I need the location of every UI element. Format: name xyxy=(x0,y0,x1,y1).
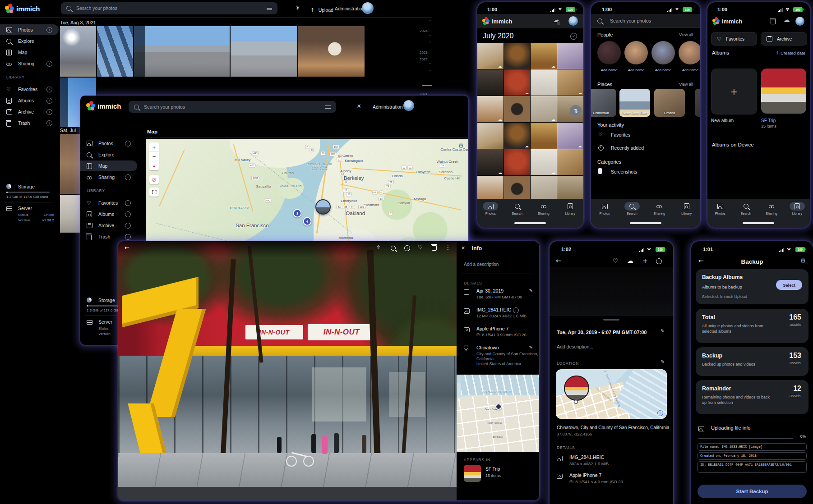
settings-gear-icon[interactable]: ⚙ xyxy=(800,257,806,264)
nav-item-sharing[interactable]: Sharing xyxy=(760,202,783,215)
sidebar-a-item-sharing[interactable]: Sharingi xyxy=(0,58,59,69)
photo-grid-cell[interactable]: ☁ xyxy=(477,149,504,175)
nav-item-search[interactable]: Search xyxy=(734,202,757,215)
upload-cloud-icon[interactable]: ☁ xyxy=(627,257,633,264)
edit-location-icon[interactable]: ✎ xyxy=(661,359,665,364)
scrollbar-thumb[interactable]: ⇅ xyxy=(570,105,582,117)
sidebar-a-item-trash[interactable]: Trashi xyxy=(0,118,59,128)
person-face[interactable] xyxy=(597,41,621,64)
map-info-icon[interactable]: i xyxy=(657,410,663,416)
description-field[interactable]: Add description... xyxy=(557,344,593,349)
backup-cloud-icon[interactable]: ☁ xyxy=(783,17,790,23)
home-indicator[interactable] xyxy=(514,222,546,224)
start-backup-button[interactable]: Start Backup xyxy=(698,485,807,498)
zoom-in-button[interactable]: + xyxy=(149,142,159,151)
sort-control[interactable]: ↑ Created date xyxy=(776,50,805,55)
select-all-icon[interactable]: ✓ xyxy=(570,33,577,40)
nav-item-library[interactable]: Library xyxy=(559,202,582,215)
album-card[interactable] xyxy=(761,69,806,114)
photo-grid-cell[interactable] xyxy=(504,43,530,69)
person-add-name[interactable]: Add name xyxy=(676,68,700,72)
person-face[interactable] xyxy=(624,41,648,64)
photo-grid-cell[interactable] xyxy=(531,123,557,149)
nav-item-photos[interactable]: Photos xyxy=(479,202,502,215)
photo-grid-cell[interactable]: ☁ xyxy=(531,43,557,69)
photo-grid-cell[interactable] xyxy=(504,96,530,122)
album-name[interactable]: SF Trip xyxy=(761,118,776,123)
photo-preview[interactable] xyxy=(550,267,673,316)
map-cluster-marker[interactable]: 3 xyxy=(293,209,302,217)
sidebar-b-item-explore[interactable]: Explore xyxy=(80,149,137,160)
nav-item-sharing[interactable]: Sharing xyxy=(648,202,670,215)
photo-grid-cell[interactable]: ☁ xyxy=(504,123,530,149)
nav-item-photos[interactable]: Photos xyxy=(593,202,616,215)
info-map[interactable]: FISHERMAN'S WHARF Beach Street North Poi… xyxy=(457,375,539,452)
filter-sliders-icon[interactable] xyxy=(325,105,331,109)
sidebar-a-item-archive[interactable]: Archivei xyxy=(0,106,59,117)
back-icon[interactable]: ← xyxy=(125,245,129,251)
person-add-name[interactable]: Add name xyxy=(595,68,624,72)
photo-grid-cell[interactable]: ☁ xyxy=(477,43,504,69)
photo-thumbnail[interactable] xyxy=(231,26,297,77)
logo[interactable]: immich xyxy=(5,3,54,14)
photo-grid-cell[interactable]: ☁ xyxy=(557,69,583,96)
nav-item-search[interactable]: Search xyxy=(506,202,528,215)
filter-sliders-icon[interactable] xyxy=(267,6,272,10)
sidebar-b-item-map[interactable]: Map xyxy=(80,160,137,171)
map-cluster-marker[interactable]: 4 xyxy=(303,217,311,225)
photo-grid-cell[interactable] xyxy=(477,123,504,149)
nav-item-search[interactable]: Search xyxy=(621,202,643,215)
select-button[interactable]: Select xyxy=(776,280,802,290)
person-add-name[interactable]: Add name xyxy=(622,68,651,72)
nav-item-library[interactable]: Library xyxy=(675,202,698,215)
map-zoom-controls[interactable]: + − ▲ xyxy=(149,142,159,170)
sidebar-b-item-photos[interactable]: Photosi xyxy=(80,138,137,149)
administration-link[interactable]: Administration xyxy=(373,104,403,110)
photo-grid-cell[interactable] xyxy=(557,43,583,69)
info-icon[interactable]: i xyxy=(404,245,410,251)
place-thumb[interactable]: Chinatown xyxy=(591,89,616,117)
upload-button[interactable]: ↑ Upload xyxy=(310,5,333,14)
activity-item-favorites[interactable]: ♡Favorites xyxy=(591,129,700,141)
search-bar[interactable]: Search your photos xyxy=(61,2,277,14)
home-indicator[interactable] xyxy=(743,222,774,224)
place-thumb[interactable] xyxy=(695,89,700,117)
photo-grid-cell[interactable] xyxy=(504,176,530,199)
places-view-all[interactable]: View all xyxy=(679,82,693,87)
home-indicator[interactable] xyxy=(630,222,661,224)
photo-grid-cell[interactable]: ☁ xyxy=(531,96,557,122)
trash-icon[interactable] xyxy=(771,18,776,24)
place-thumb[interactable]: Omaha xyxy=(654,89,685,117)
nav-item-photos[interactable]: Photos xyxy=(709,202,731,215)
sheet-handle[interactable] xyxy=(603,319,619,321)
photo-grid-cell[interactable]: ☁ xyxy=(477,96,504,122)
theme-toggle-icon[interactable]: ☀ xyxy=(356,103,362,109)
more-icon[interactable]: ⋮ xyxy=(445,245,451,250)
photo-grid-cell[interactable] xyxy=(477,176,504,199)
map-theme-control[interactable]: ⊘ xyxy=(149,175,159,184)
avatar[interactable] xyxy=(568,16,578,26)
favorite-icon[interactable]: ♡ xyxy=(418,244,423,250)
back-icon[interactable]: ← xyxy=(556,257,561,264)
photo-grid-cell[interactable] xyxy=(531,176,557,199)
close-icon[interactable]: ✕ xyxy=(461,246,465,251)
photo-grid-cell[interactable]: ☁ xyxy=(557,123,583,149)
photo-grid-cell[interactable]: ☁ xyxy=(531,149,557,175)
compass-button[interactable]: ▲ xyxy=(149,161,159,170)
person-face[interactable] xyxy=(651,41,675,64)
photo-thumbnail[interactable] xyxy=(97,26,133,77)
sidebar-a-item-map[interactable]: Map xyxy=(0,47,59,58)
photo-grid-cell[interactable] xyxy=(477,69,504,96)
photo-thumbnail[interactable] xyxy=(60,134,80,194)
avatar[interactable] xyxy=(795,17,804,26)
zoom-icon[interactable] xyxy=(391,246,396,251)
photo-thumbnail[interactable] xyxy=(134,26,230,77)
logo[interactable]: immich xyxy=(86,100,135,112)
administration-link[interactable]: Administration xyxy=(335,6,365,11)
photo-grid-cell[interactable] xyxy=(557,176,583,199)
edit-date-icon[interactable]: ✎ xyxy=(661,329,665,334)
photo-thumbnail[interactable] xyxy=(60,195,80,233)
map-settings-gear-icon[interactable]: ⚙ xyxy=(458,142,464,149)
photo-grid-cell[interactable] xyxy=(504,149,530,175)
search-input-row[interactable]: Search your photos xyxy=(591,14,700,28)
